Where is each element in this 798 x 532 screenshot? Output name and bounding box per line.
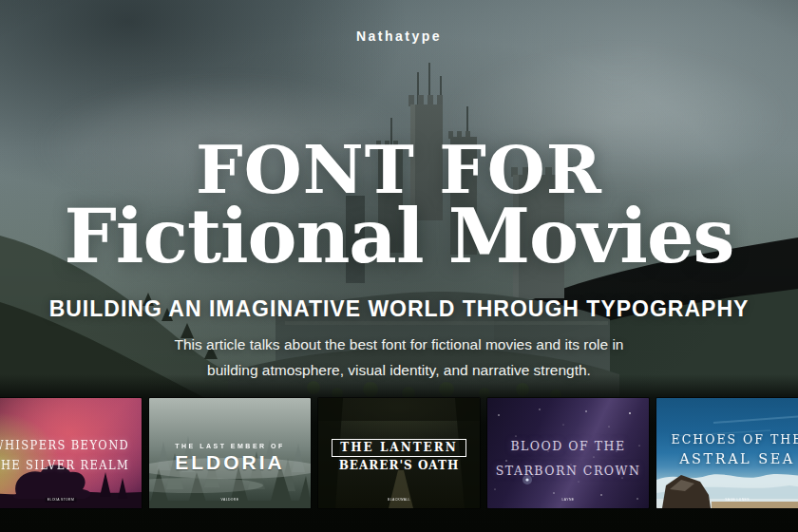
thumbnail-the-last-ember-of-eldoria[interactable]: THE LAST EMBER OF ELDORIA VALDORE — [149, 398, 311, 508]
font-credit: VALDORE — [196, 498, 263, 502]
thumb-title: BLOOD OF THE STARBORN CROWN — [487, 434, 649, 484]
thumbnail-row: WHISPERS BEYOND THE SILVER REALM ELIXIA … — [0, 398, 798, 508]
thumb-title: ECHOES OF THE ASTRAL SEA — [656, 430, 798, 470]
brand-wordmark: Nathatype — [0, 28, 798, 44]
thumb-title-sub: BEARER'S OATH — [318, 459, 480, 472]
article-subtitle: BUILDING AN IMAGINATIVE WORLD THROUGH TY… — [0, 296, 798, 322]
font-credit: ELIXIA STORM — [27, 498, 94, 502]
thumb-title: WHISPERS BEYOND THE SILVER REALM — [0, 436, 135, 475]
thumb-title-top: THE LAST EMBER OF — [149, 443, 311, 449]
font-credit: BLACKWALL — [365, 498, 432, 502]
thumbnail-the-lantern-bearers-oath[interactable]: THE LANTERN BEARER'S OATH BLACKWALL — [318, 398, 480, 508]
font-credit: LAYNE — [534, 498, 601, 502]
thumbnail-whispers-beyond-the-silver-realm[interactable]: WHISPERS BEYOND THE SILVER REALM ELIXIA … — [0, 398, 142, 508]
article-title: FONT FOR Fictional Movies — [0, 137, 798, 274]
thumbnail-echoes-of-the-astral-sea[interactable]: ECHOES OF THE ASTRAL SEA SAGE LUNES — [656, 398, 798, 508]
thumb-title-main: ELDORIA — [149, 451, 311, 474]
title-line-2: Fictional Movies — [0, 200, 798, 274]
description-line-1: This article talks about the best font f… — [0, 332, 798, 357]
hero-banner: Nathatype FONT FOR Fictional Movies BUIL… — [0, 0, 798, 532]
description-line-2: building atmosphere, visual identity, an… — [0, 357, 798, 383]
thumbnail-blood-of-the-starborn-crown[interactable]: BLOOD OF THE STARBORN CROWN LAYNE — [487, 398, 649, 508]
article-description: This article talks about the best font f… — [0, 332, 798, 383]
font-credit: SAGE LUNES — [703, 498, 770, 502]
thumb-title-framed: THE LANTERN — [318, 438, 480, 457]
